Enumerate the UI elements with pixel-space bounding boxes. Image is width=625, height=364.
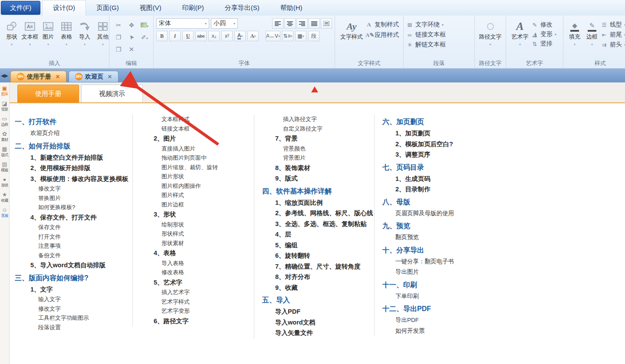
toc-item[interactable]: 9、版式 (254, 173, 374, 184)
toc-item[interactable]: 导入word文档 (254, 317, 374, 328)
align-left-button[interactable] (272, 18, 283, 29)
underline-button[interactable]: U (182, 31, 194, 41)
content-tab-1[interactable]: 使用手册 (17, 85, 79, 102)
toc-item[interactable]: 三、版面内容如何编排? (10, 272, 132, 284)
toc-item[interactable]: 1、加页删页 (375, 128, 625, 139)
wordart-modify-button[interactable]: ✎ 修改 (531, 21, 556, 29)
insert-导入-button[interactable]: 导入▾ (76, 18, 94, 59)
toc-item[interactable]: 3、形状 (133, 209, 254, 220)
pen-tool-icon[interactable]: ✐▾ (141, 34, 148, 41)
picture-tool-icon[interactable]: ▾ (141, 21, 148, 29)
toc-item[interactable]: 修改表格 (133, 268, 254, 277)
toc-item[interactable]: 页眉页脚及母版的使用 (375, 208, 625, 219)
toc-item[interactable]: 修改文字 (10, 304, 132, 314)
line-type-button[interactable]: ☰ 线型▾ (601, 21, 625, 29)
toc-item[interactable]: 保存文件 (10, 223, 132, 232)
toc-item[interactable]: 图片框内图操作 (133, 181, 254, 191)
toc-item[interactable]: 1、文字 (10, 284, 132, 295)
text-style-button[interactable]: Ay 文字样式 (338, 18, 365, 59)
menu-item-3[interactable]: 视图(V) (129, 0, 172, 16)
align-center-button[interactable] (284, 18, 296, 29)
close-tab-icon[interactable]: ✕ (56, 74, 60, 80)
toc-item[interactable]: 自定义路径文字 (254, 124, 374, 134)
toc-item[interactable]: 1、生成页码 (375, 174, 625, 184)
arrow-head-button[interactable]: ⇉ 箭头▾ (601, 41, 625, 49)
copy-style-button[interactable]: A 复制样式 (365, 21, 399, 29)
toc-item[interactable]: 8、装饰素材 (254, 163, 374, 174)
columns-button[interactable]: ▦▾ (295, 31, 306, 41)
strikethrough-button[interactable]: abc (195, 31, 207, 41)
content-tab-2[interactable]: 视频演示 (81, 85, 143, 102)
toc-item[interactable]: 段落设置 (10, 323, 132, 332)
toc-item[interactable]: 文本框样式 (133, 115, 254, 124)
toc-item[interactable]: 导出PDF (375, 315, 625, 326)
pan-tool-icon[interactable]: ✥ (129, 22, 134, 29)
toc-item[interactable]: 备份文件 (10, 251, 132, 260)
sidebar-item-6[interactable]: ▤模板 (0, 161, 9, 173)
toc-item[interactable]: 替换图片 (10, 193, 132, 203)
align-right-button[interactable] (296, 18, 308, 29)
toc-item[interactable]: 艺术字变形 (133, 306, 254, 316)
close-tab-icon[interactable]: ✕ (108, 74, 112, 80)
sidebar-item-5[interactable]: ▦版式 (0, 146, 9, 158)
toc-item[interactable]: 背景颜色 (254, 144, 374, 154)
insert-图片-button[interactable]: 图片▾ (39, 18, 57, 59)
wordart-transform-button[interactable]: ◮ 变形▾ (531, 30, 556, 38)
line-spacing-button[interactable]: ⇅≡▾ (282, 31, 293, 41)
toc-item[interactable]: 7、背景 (254, 133, 374, 144)
toc-item[interactable]: 2、使用模板开始排版 (10, 163, 132, 174)
toc-item[interactable]: 下单印刷 (375, 291, 625, 302)
font-color-button[interactable]: A▾ (247, 31, 259, 41)
toc-item[interactable]: 如何更换模板? (10, 203, 132, 212)
toc-item[interactable]: 3、全选、多选、框选、复制粘贴 (254, 219, 374, 230)
cut-icon[interactable]: ✂ (116, 22, 121, 29)
copy-icon[interactable]: ❐ (116, 34, 122, 41)
toc-item[interactable]: 十、分享导出 (375, 244, 625, 256)
path-text-button[interactable]: 路径文字 ▾ (477, 18, 503, 59)
toc-item[interactable]: 四、软件基本操作详解 (254, 185, 374, 197)
menu-item-5[interactable]: 分享导出(S) (214, 0, 270, 16)
sidebar-item-7[interactable]: ●形状 (0, 176, 9, 188)
toc-item[interactable]: 2、目录制作 (375, 184, 625, 195)
toc-item[interactable]: 形状素材 (133, 239, 254, 248)
toc-item[interactable]: 导出图片 (375, 267, 625, 278)
menu-item-4[interactable]: 印刷(P) (172, 0, 214, 16)
sidebar-item-8[interactable]: ★收藏 (0, 191, 9, 203)
select-cursor-icon[interactable]: ➤ (127, 33, 136, 42)
sidebar-item-3[interactable]: ▭边框 (0, 115, 9, 128)
wordart-button[interactable]: A 艺术字 ▾ (509, 18, 531, 59)
toc-item[interactable]: 绘制形状 (133, 220, 254, 230)
bold-button[interactable]: B (156, 31, 168, 41)
menu-item-1[interactable]: 设计(D) (42, 0, 86, 16)
insert-形状-button[interactable]: 形状▾ (3, 18, 21, 59)
toc-item[interactable]: 直接插入图片 (133, 144, 254, 154)
sidebar-item-1[interactable]: ▣图库 (0, 85, 9, 97)
toc-item[interactable]: 一、打开软件 (10, 116, 132, 128)
toc-item[interactable]: 3、调整页序 (375, 149, 625, 160)
toc-item[interactable]: 插入路径文字 (254, 115, 374, 124)
sidebar-item-4[interactable]: ✿素材 (0, 131, 9, 143)
toc-item[interactable]: 9、收藏 (254, 282, 374, 293)
toc-item[interactable]: 4、保存文件、打开文件 (10, 212, 132, 223)
toc-item[interactable]: 欢迎页介绍 (10, 128, 132, 139)
file-menu-button[interactable]: 文件(F) (1, 1, 40, 15)
toc-item[interactable]: 翻页预览 (375, 232, 625, 243)
toc-item[interactable]: 6、旋转翻转 (254, 250, 374, 261)
paragraph-settings-button[interactable]: 段 (308, 31, 319, 41)
unlink-textbox-button[interactable]: ✳ 解链文本框 (406, 41, 446, 49)
toc-item[interactable]: 九、预览 (375, 220, 625, 232)
insert-表格-button[interactable]: 表格▾ (57, 18, 76, 59)
toc-item[interactable]: 3、模板使用：修改内容及更换模板 (10, 174, 132, 184)
toc-item[interactable]: 5、编组 (254, 240, 374, 251)
toc-item[interactable]: 五、导入 (254, 294, 374, 306)
toc-item[interactable]: 插入艺术字 (133, 288, 254, 297)
paste-icon[interactable]: ❒ (116, 46, 122, 53)
menu-item-6[interactable]: 帮助(H) (270, 0, 313, 16)
tab-scroll-control[interactable]: ◀▶ (1, 69, 10, 82)
sidebar-item-2[interactable]: ◪背景 (0, 100, 9, 112)
toc-item[interactable]: 图片边框 (133, 200, 254, 210)
toc-item[interactable]: 2、参考线、网格线、标尺、版心线 (254, 208, 374, 219)
delete-icon[interactable]: ✕ (129, 46, 135, 53)
toc-item[interactable]: 4、表格 (133, 248, 254, 259)
toc-item[interactable]: 输入文字 (10, 295, 132, 304)
